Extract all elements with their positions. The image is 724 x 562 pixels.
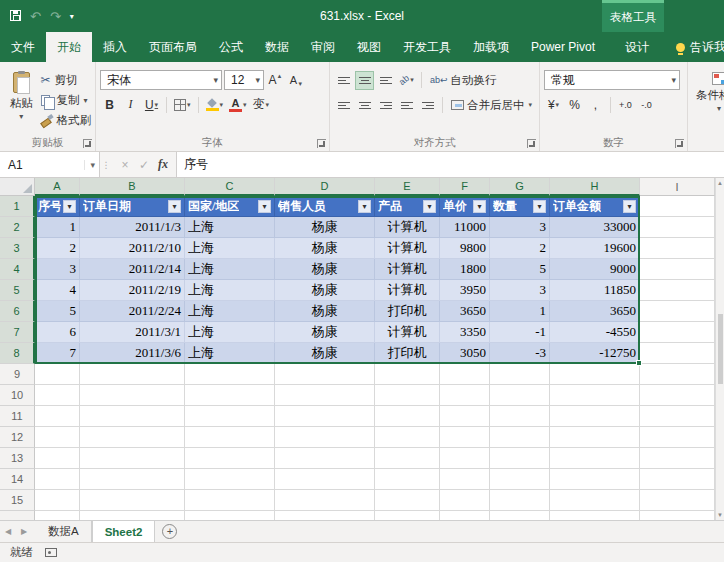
cell-G[interactable] <box>490 511 550 520</box>
font-color-button[interactable]: A▾ <box>227 95 249 114</box>
increase-decimal-button[interactable]: +.0 <box>616 95 635 114</box>
cell-G3[interactable]: 2 <box>490 238 550 259</box>
cell-D10[interactable] <box>275 385 375 406</box>
sheet-nav-right-icon[interactable]: ▶ <box>16 521 32 542</box>
top-align-button[interactable] <box>334 71 353 90</box>
cell-I4[interactable] <box>640 259 715 280</box>
row-header-13[interactable]: 13 <box>0 448 35 469</box>
ribbon-tab-formulas[interactable]: 公式 <box>208 32 254 62</box>
cell-F11[interactable] <box>440 406 490 427</box>
cell-H8[interactable]: -12750 <box>550 343 640 364</box>
cell-B1[interactable]: 订单日期▾ <box>80 196 185 217</box>
ribbon-tab-review[interactable]: 审阅 <box>300 32 346 62</box>
cell-E10[interactable] <box>375 385 440 406</box>
column-header-B[interactable]: B <box>80 178 185 196</box>
cell-F14[interactable] <box>440 469 490 490</box>
cell-B4[interactable]: 2011/2/14 <box>80 259 185 280</box>
cell-D4[interactable]: 杨康 <box>275 259 375 280</box>
cell-A2[interactable]: 1 <box>35 217 80 238</box>
cell-F12[interactable] <box>440 427 490 448</box>
enter-button[interactable]: ✓ <box>136 158 152 172</box>
phonetic-button[interactable]: 变▾ <box>251 95 272 114</box>
cell-H12[interactable] <box>550 427 640 448</box>
cell-E9[interactable] <box>375 364 440 385</box>
cell-D6[interactable]: 杨康 <box>275 301 375 322</box>
cell-B13[interactable] <box>80 448 185 469</box>
cell-F9[interactable] <box>440 364 490 385</box>
cell-E12[interactable] <box>375 427 440 448</box>
filter-button-G[interactable]: ▾ <box>533 200 546 213</box>
row-header-3[interactable]: 3 <box>0 238 35 259</box>
row-header-6[interactable]: 6 <box>0 301 35 322</box>
cell-E4[interactable]: 计算机 <box>375 259 440 280</box>
cell-H3[interactable]: 19600 <box>550 238 640 259</box>
filter-button-E[interactable]: ▾ <box>423 200 436 213</box>
copy-button[interactable]: 复制▾ <box>41 92 92 108</box>
cell-A4[interactable]: 3 <box>35 259 80 280</box>
cell-A5[interactable]: 4 <box>35 280 80 301</box>
cell-C11[interactable] <box>185 406 275 427</box>
cell-H7[interactable]: -4550 <box>550 322 640 343</box>
number-format-combo[interactable]: 常规▾ <box>544 70 680 90</box>
cell-G7[interactable]: -1 <box>490 322 550 343</box>
cell-I2[interactable] <box>640 217 715 238</box>
column-header-H[interactable]: H <box>550 178 640 196</box>
cell-A14[interactable] <box>35 469 80 490</box>
cell-I14[interactable] <box>640 469 715 490</box>
cell-G9[interactable] <box>490 364 550 385</box>
cell-I[interactable] <box>640 511 715 520</box>
row-header-10[interactable]: 10 <box>0 385 35 406</box>
cell-F7[interactable]: 3350 <box>440 322 490 343</box>
cell-E8[interactable]: 打印机 <box>375 343 440 364</box>
column-header-E[interactable]: E <box>375 178 440 196</box>
ribbon-tab-page-layout[interactable]: 页面布局 <box>138 32 208 62</box>
cell-E3[interactable]: 计算机 <box>375 238 440 259</box>
row-header-2[interactable]: 2 <box>0 217 35 238</box>
select-all-corner[interactable] <box>0 178 35 196</box>
cell-F4[interactable]: 1800 <box>440 259 490 280</box>
row-header-1[interactable]: 1 <box>0 196 35 217</box>
cell-H6[interactable]: 3650 <box>550 301 640 322</box>
cell-H15[interactable] <box>550 490 640 511</box>
cell-F15[interactable] <box>440 490 490 511</box>
filter-button-F[interactable]: ▾ <box>473 200 486 213</box>
ribbon-tab-add-ins[interactable]: 加载项 <box>462 32 520 62</box>
scroll-up-icon[interactable]: ▲ <box>717 180 723 186</box>
sheet-tab-sheet2[interactable]: Sheet2 <box>92 521 156 542</box>
ribbon-tab-power-pivot[interactable]: Power Pivot <box>520 32 606 62</box>
cell-I3[interactable] <box>640 238 715 259</box>
font-name-combo[interactable]: 宋体▾ <box>100 70 222 90</box>
cell-C1[interactable]: 国家/地区▾ <box>185 196 275 217</box>
cell-A6[interactable]: 5 <box>35 301 80 322</box>
cell-F5[interactable]: 3950 <box>440 280 490 301</box>
cell-A12[interactable] <box>35 427 80 448</box>
cut-button[interactable]: ✂剪切 <box>41 72 92 88</box>
cell-A11[interactable] <box>35 406 80 427</box>
cell-E1[interactable]: 产品▾ <box>375 196 440 217</box>
cell-D8[interactable]: 杨康 <box>275 343 375 364</box>
cell-G5[interactable]: 3 <box>490 280 550 301</box>
cell-H13[interactable] <box>550 448 640 469</box>
shrink-font-button[interactable] <box>287 71 306 90</box>
cell-A7[interactable]: 6 <box>35 322 80 343</box>
cell-C4[interactable]: 上海 <box>185 259 275 280</box>
ribbon-tab-view[interactable]: 视图 <box>346 32 392 62</box>
row-header-partial[interactable] <box>0 511 35 520</box>
orientation-button[interactable]: ▾ <box>397 71 416 90</box>
sheet-nav-left-icon[interactable]: ◀ <box>0 521 16 542</box>
cell-H10[interactable] <box>550 385 640 406</box>
cell-D7[interactable]: 杨康 <box>275 322 375 343</box>
formula-bar-handle[interactable]: ⋮ <box>100 152 112 177</box>
row-header-14[interactable]: 14 <box>0 469 35 490</box>
qat-customize-button[interactable]: ▾ <box>70 12 74 21</box>
ribbon-tab-data[interactable]: 数据 <box>254 32 300 62</box>
cell-F[interactable] <box>440 511 490 520</box>
cell-D[interactable] <box>275 511 375 520</box>
cell-I11[interactable] <box>640 406 715 427</box>
font-size-combo[interactable]: 12▾ <box>224 70 264 90</box>
align-right-button[interactable] <box>376 96 395 115</box>
cell-F13[interactable] <box>440 448 490 469</box>
ribbon-tab-insert[interactable]: 插入 <box>92 32 138 62</box>
cell-G4[interactable]: 5 <box>490 259 550 280</box>
chevron-down-icon[interactable]: ▾ <box>84 160 95 170</box>
